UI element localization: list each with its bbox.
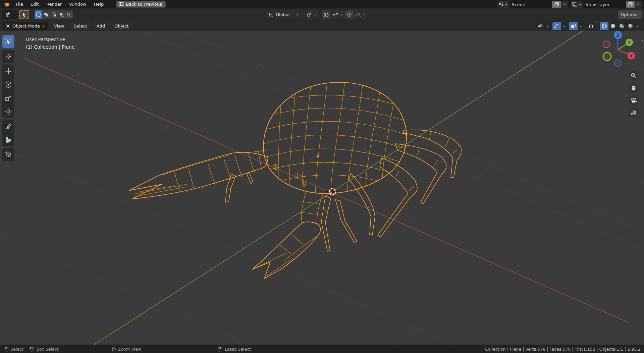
- scene-name-field[interactable]: Scene: [509, 1, 552, 8]
- tool-annotate[interactable]: [2, 120, 14, 133]
- gizmo-x-neg-axis[interactable]: [603, 41, 610, 48]
- pan-view-icon: [631, 85, 637, 91]
- menu-help[interactable]: Help: [90, 0, 108, 8]
- crab-wireframe-mesh[interactable]: [129, 80, 461, 278]
- camera-view-button[interactable]: [629, 95, 639, 105]
- gizmo-z-neg-axis[interactable]: [614, 60, 621, 67]
- tool-add-cube[interactable]: [2, 148, 14, 161]
- gizmo-y-neg-axis[interactable]: [603, 52, 611, 60]
- orientation-icon: [268, 12, 274, 17]
- chevron-down-icon: [562, 25, 566, 28]
- scene-browse-button[interactable]: [497, 1, 509, 8]
- menu-add[interactable]: Add: [93, 22, 108, 30]
- shading-solid-button[interactable]: [608, 22, 617, 30]
- select-new-icon: [36, 12, 41, 17]
- select-mode-intersect-button[interactable]: [65, 10, 73, 19]
- active-tool-button[interactable]: [19, 10, 29, 19]
- menu-object[interactable]: Object: [111, 22, 132, 30]
- tool-rotate[interactable]: [2, 78, 14, 91]
- shading-material-button[interactable]: [617, 22, 626, 30]
- menu-file[interactable]: File: [12, 0, 27, 8]
- select-extend-icon: [44, 12, 49, 17]
- mouse-left-icon: [5, 347, 8, 352]
- tool-select-box[interactable]: [2, 35, 14, 48]
- menu-render[interactable]: Render: [43, 0, 65, 8]
- back-to-previous-button[interactable]: Back to Previous: [116, 1, 166, 8]
- scene-copy-button[interactable]: [552, 1, 561, 8]
- scene-unlink-button[interactable]: ✕: [561, 1, 568, 8]
- menu-view[interactable]: View: [51, 22, 68, 30]
- chevron-down-icon: [363, 13, 366, 16]
- wireframe-shading-icon: [601, 23, 607, 29]
- tool-measure[interactable]: [2, 133, 14, 146]
- xray-toggle[interactable]: [587, 22, 596, 30]
- proportional-edit-toggle[interactable]: [345, 10, 354, 19]
- material-shading-icon: [619, 23, 625, 29]
- snap-toggle-button[interactable]: [322, 10, 330, 19]
- options-dropdown[interactable]: Options: [618, 10, 642, 19]
- mouse-left-drag-icon: [30, 347, 35, 352]
- proportional-icon: [347, 12, 352, 17]
- xray-icon: [589, 24, 594, 29]
- select-mode-subtract-button[interactable]: [50, 10, 58, 19]
- world-axes: [23, 21, 629, 345]
- hint-lasso-select: Lasso Select: [218, 347, 251, 352]
- scene-selector: Scene ✕: [497, 1, 568, 8]
- navigation-gizmo[interactable]: Z Y X: [597, 30, 639, 72]
- shading-rendered-button[interactable]: [626, 22, 635, 30]
- add-cube-tool-icon: [5, 151, 12, 158]
- view-layer-name-field[interactable]: View Layer: [583, 1, 626, 8]
- editor-type-button[interactable]: [2, 10, 17, 19]
- pan-view-button[interactable]: [629, 83, 639, 93]
- overlays-chevron[interactable]: [578, 22, 584, 30]
- ortho-toggle-button[interactable]: [629, 108, 639, 118]
- tool-settings-header: Global: [0, 8, 644, 21]
- chevron-down-icon: [340, 13, 343, 16]
- menu-window[interactable]: Window: [65, 0, 90, 8]
- active-tool-cursor-icon: [22, 12, 26, 17]
- falloff-dropdown[interactable]: [354, 10, 368, 19]
- hint-label: Lasso Select: [225, 347, 251, 352]
- gizmo-y-label: Y: [627, 40, 631, 45]
- hint-label: Zoom View: [118, 347, 141, 352]
- select-mode-new-button[interactable]: [35, 10, 42, 19]
- gizmos-toggle[interactable]: [552, 22, 561, 30]
- scene-icon: [498, 2, 504, 7]
- back-icon: [118, 2, 124, 7]
- sidebar-expand-arrow[interactable]: ‹: [642, 38, 644, 44]
- object-visibility-dropdown[interactable]: [535, 22, 545, 30]
- chevron-down-icon: [579, 25, 582, 28]
- cursor-3d: [326, 185, 339, 198]
- menu-select[interactable]: Select: [70, 22, 91, 30]
- floor-grid: [0, 21, 644, 345]
- chevron-down-icon: [636, 25, 639, 28]
- snap-options-dropdown[interactable]: [330, 10, 345, 19]
- visibility-chevron[interactable]: [545, 22, 551, 30]
- select-mode-extend-button[interactable]: [42, 10, 50, 19]
- transform-orientation-dropdown[interactable]: Global: [266, 10, 302, 19]
- pivot-point-dropdown[interactable]: [304, 10, 319, 19]
- overlays-toggle[interactable]: [569, 22, 578, 30]
- tool-scale[interactable]: [2, 91, 14, 105]
- chevron-down-icon: [296, 13, 299, 16]
- gizmos-chevron[interactable]: [561, 22, 567, 30]
- chevron-down-icon: [314, 13, 317, 16]
- shading-chevron[interactable]: [635, 22, 641, 30]
- copy-icon: [554, 2, 559, 6]
- tool-transform[interactable]: [2, 105, 14, 118]
- viewport-canvas[interactable]: [0, 21, 644, 345]
- view-layer-remove-button[interactable]: ✕: [635, 1, 642, 8]
- zoom-view-button[interactable]: [629, 71, 639, 81]
- mode-dropdown[interactable]: Object Mode: [3, 22, 48, 30]
- select-mode-invert-button[interactable]: [58, 10, 65, 19]
- viewport-3d[interactable]: Object Mode View Select Add Object: [0, 21, 644, 345]
- viewport-header-right: [535, 22, 644, 30]
- tool-move[interactable]: [2, 64, 14, 78]
- blender-logo-icon[interactable]: [0, 1, 12, 7]
- view-layer-copy-button[interactable]: [626, 1, 635, 8]
- shading-wireframe-button[interactable]: [600, 22, 608, 30]
- tool-cursor[interactable]: [2, 50, 14, 63]
- editor-type-icon: [4, 12, 10, 17]
- menu-edit[interactable]: Edit: [27, 0, 43, 8]
- view-layer-browse-button[interactable]: [571, 1, 583, 8]
